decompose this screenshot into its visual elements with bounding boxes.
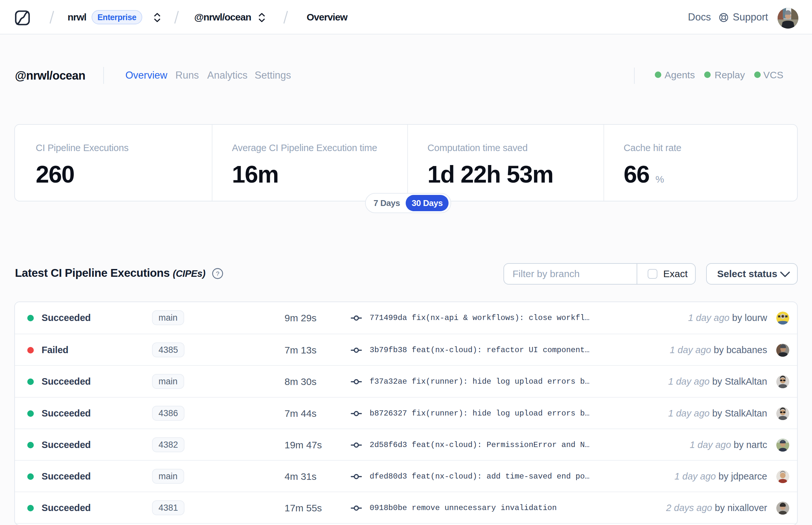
svg-text:?: ? [216, 270, 219, 277]
